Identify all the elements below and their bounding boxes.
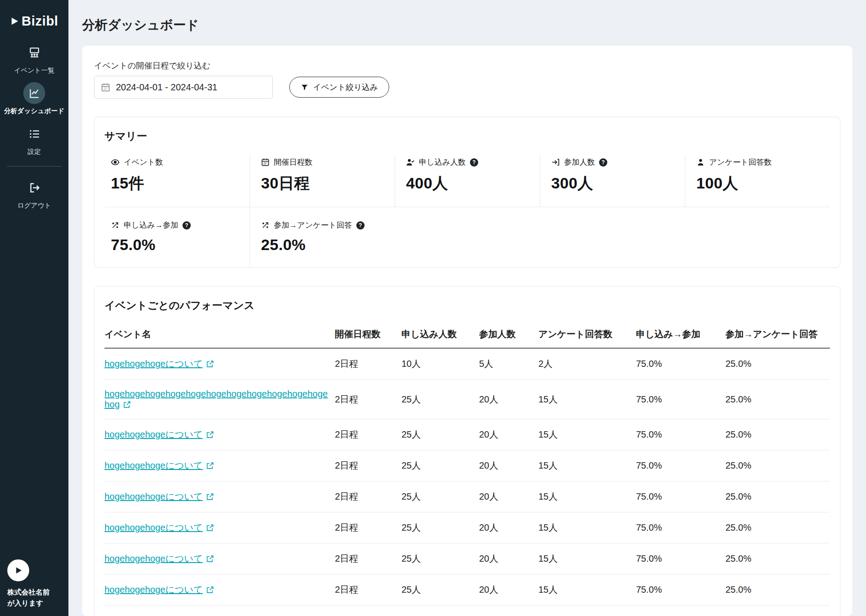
cell-participants: 5人 (479, 348, 538, 380)
event-link[interactable]: hogehogehogeについて (104, 553, 214, 564)
cell-applicants: 25人 (402, 512, 479, 543)
table-row: hogehogehogeについて 2日程 25人 20人 15人 75.0% 2… (104, 419, 830, 450)
col-apply-rate: 申し込み→参加 (636, 324, 725, 348)
col-event-name: イベント名 (104, 324, 335, 348)
performance-table: イベント名 開催日程数 申し込み人数 参加人数 アンケート回答数 申し込み→参加… (104, 324, 830, 616)
stat-label: 申し込み人数 (419, 157, 466, 167)
cell-apply-rate: 75.0% (636, 543, 725, 574)
table-row: hogehogehogeについて 2日程 25人 20人 15人 75.0% 2… (104, 450, 830, 481)
event-link[interactable]: hogehogehogeについて (104, 522, 214, 532)
cell-apply-rate: 75.0% (636, 348, 725, 380)
help-icon[interactable]: ? (356, 221, 365, 230)
cell-participants: 20人 (479, 574, 538, 606)
col-survey-rate: 参加→アンケート回答 (725, 324, 830, 348)
calendar-icon (101, 83, 110, 92)
sidebar-item-label: 分析ダッシュボード (4, 107, 65, 115)
table-row: hogehogehogeについて 2日程 25人 20人 15人 75.0% 2… (104, 481, 830, 512)
content-panel: イベントの開催日程で絞り込む 2024-04-01 - 2024-04-31 イ… (82, 46, 852, 616)
stat-value: 15件 (111, 173, 245, 194)
sidebar-item-label: 設定 (28, 147, 41, 156)
event-link[interactable]: hogehogehogeについて (104, 359, 214, 369)
cell-survey-rate: 25.0% (725, 380, 830, 419)
main-content: 分析ダッシュボード イベントの開催日程で絞り込む 2024-04-01 - 20… (68, 0, 866, 616)
col-applicants: 申し込み人数 (402, 324, 479, 348)
cell-participants: 20人 (479, 481, 538, 512)
enter-arrow-icon (551, 158, 560, 167)
chart-icon (23, 82, 45, 104)
cell-participants: 20人 (479, 543, 538, 574)
list-icon (23, 123, 45, 145)
cell-apply-rate: 75.0% (636, 450, 725, 481)
stat-value: 30日程 (261, 173, 390, 194)
event-link[interactable]: hogehogehogeについて (104, 491, 214, 501)
sidebar-item-dashboard[interactable]: 分析ダッシュボード (0, 78, 68, 119)
cell-apply-rate: 75.0% (636, 481, 725, 512)
date-range-input[interactable]: 2024-04-01 - 2024-04-31 (94, 76, 273, 99)
stat-applicants: 申し込み人数 ? 400人 (395, 155, 540, 207)
cell-survey-rate: 25.0% (725, 450, 830, 481)
sidebar: Bizibl イベント一覧 分析ダッシュボード 設定 ログアウト (0, 0, 68, 616)
cell-applicants: 25人 (402, 419, 479, 450)
cell-participants: 20人 (479, 606, 538, 616)
cell-surveys: 2人 (538, 348, 636, 380)
summary-title: サマリー (104, 129, 830, 143)
col-participants: 参加人数 (479, 324, 538, 348)
cell-schedules: 2日程 (335, 380, 402, 419)
cell-schedules: 2日程 (335, 419, 402, 450)
funnel-icon (301, 84, 308, 91)
cell-schedules: 2日程 (335, 606, 402, 616)
cell-schedules: 2日程 (335, 481, 402, 512)
company-avatar (7, 559, 29, 581)
logout-icon (23, 177, 45, 198)
cell-survey-rate: 25.0% (725, 574, 830, 606)
company-name-line1: 株式会社名前 (7, 587, 61, 598)
cell-schedules: 2日程 (335, 574, 402, 606)
brand-logo[interactable]: Bizibl (0, 0, 68, 32)
help-icon[interactable]: ? (470, 158, 478, 167)
event-link[interactable]: hogehogehogehogehogehogehogehogehogehoge… (104, 389, 328, 409)
help-icon[interactable]: ? (183, 221, 191, 230)
calendar-icon (261, 158, 270, 167)
rate-label: 参加→アンケート回答 (274, 220, 352, 230)
cell-survey-rate: 25.0% (725, 481, 830, 512)
sidebar-item-events[interactable]: イベント一覧 (0, 38, 68, 78)
cell-apply-rate: 75.0% (636, 380, 725, 419)
stat-value: 400人 (406, 173, 535, 194)
sidebar-item-label: ログアウト (17, 201, 51, 210)
cell-surveys: 15人 (538, 574, 636, 606)
company-block: 株式会社名前 が入ります (0, 559, 68, 616)
event-link[interactable]: hogehogehogeについて (104, 429, 214, 439)
cell-surveys: 15人 (538, 419, 636, 450)
cell-surveys: 15人 (538, 543, 636, 574)
cell-schedules: 2日程 (335, 450, 402, 481)
brand-name: Bizibl (21, 14, 58, 29)
help-icon[interactable]: ? (599, 158, 607, 167)
cell-apply-rate: 75.0% (636, 574, 725, 606)
cell-participants: 20人 (479, 450, 538, 481)
table-row: hogehogehogeについて 2日程 25人 20人 15人 75.0% 2… (104, 543, 830, 574)
cell-surveys: 15人 (538, 606, 636, 616)
event-filter-button[interactable]: イベント絞り込み (289, 77, 389, 98)
summary-card: サマリー イベント数 15件 開催日程数 30日程 (94, 117, 840, 268)
col-schedules: 開催日程数 (335, 324, 402, 348)
rate-value: 75.0% (111, 236, 245, 254)
percent-arrow-icon (111, 221, 120, 230)
cell-surveys: 15人 (538, 481, 636, 512)
cell-survey-rate: 25.0% (725, 512, 830, 543)
cell-schedules: 2日程 (335, 348, 402, 380)
table-row: hogehogehogeについて 2日程 25人 20人 15人 75.0% 2… (104, 512, 830, 543)
eye-icon (111, 158, 120, 167)
event-link[interactable]: hogehogehogeについて (104, 585, 214, 595)
table-row: hogehogehogeについて 2日程 25人 20人 15人 75.0% 2… (104, 606, 830, 616)
cell-survey-rate: 25.0% (725, 348, 830, 380)
col-surveys: アンケート回答数 (538, 324, 636, 348)
sidebar-item-settings[interactable]: 設定 (0, 119, 68, 160)
sidebar-item-logout[interactable]: ログアウト (0, 173, 68, 214)
event-link[interactable]: hogehogehogeについて (104, 460, 214, 470)
performance-card: イベントごとのパフォーマンス イベント名 開催日程数 申し込み人数 参加人数 ア… (94, 286, 840, 616)
filter-section: イベントの開催日程で絞り込む 2024-04-01 - 2024-04-31 イ… (94, 60, 840, 99)
cell-survey-rate: 25.0% (725, 419, 830, 450)
stat-value: 300人 (551, 173, 680, 194)
cell-schedules: 2日程 (335, 543, 402, 574)
table-row: hogehogehogehogehogehogehogehogehogehoge… (104, 380, 830, 419)
